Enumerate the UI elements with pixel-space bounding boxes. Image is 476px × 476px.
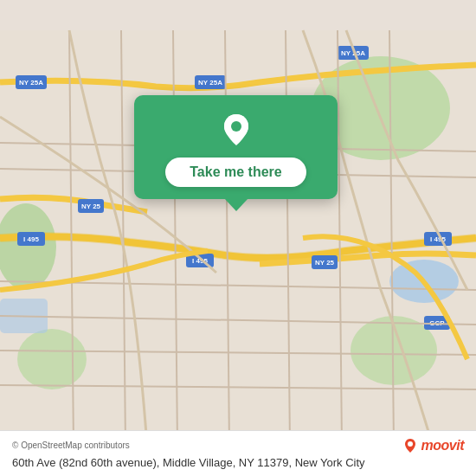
popup-card: Take me there (134, 95, 338, 199)
svg-point-40 (408, 441, 413, 447)
location-pin-icon (217, 111, 255, 149)
moovit-pin-icon (402, 438, 418, 453)
address-text: 60th Ave (82nd 60th avenue), Middle Vill… (12, 455, 464, 471)
svg-text:NY 25: NY 25 (81, 203, 101, 210)
svg-text:NY 25A: NY 25A (19, 79, 43, 87)
map-container: I 495 I 495 I 495 NY 25A NY 25A NY 25A N… (0, 0, 476, 476)
map-background: I 495 I 495 I 495 NY 25A NY 25A NY 25A N… (0, 0, 476, 476)
bottom-bar: © OpenStreetMap contributors moovit 60th… (0, 430, 476, 476)
svg-text:I 495: I 495 (23, 235, 39, 243)
svg-point-39 (231, 121, 241, 132)
svg-point-4 (17, 329, 87, 389)
moovit-logo: moovit (402, 438, 464, 453)
take-me-there-button[interactable]: Take me there (165, 158, 306, 187)
bottom-bar-top: © OpenStreetMap contributors moovit (12, 438, 464, 453)
svg-text:NY 25A: NY 25A (198, 79, 222, 87)
osm-attribution: © OpenStreetMap contributors (12, 441, 130, 450)
moovit-brand-text: moovit (421, 438, 464, 453)
svg-text:NY 25: NY 25 (315, 259, 335, 267)
